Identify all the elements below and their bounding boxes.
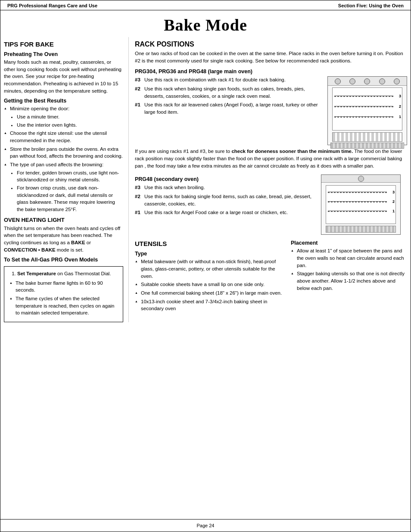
gas-steps: Set Temperature on Gas Thermostat Dial. <box>9 270 118 277</box>
rack-item: #2 Use this rack for baking single food … <box>135 193 318 207</box>
sec-rack-label-3: 3 <box>392 190 395 194</box>
secondary-oven-diagram: 3 2 1 <box>321 174 401 235</box>
tips-title: TIPS FOR BAKE <box>4 40 123 48</box>
utensils-type-title: Type <box>135 251 285 257</box>
rack-line-1 <box>334 116 393 118</box>
sec-oven-interior: 3 2 1 <box>326 185 396 224</box>
rack-text: Use this rack when baking single pan foo… <box>144 85 324 100</box>
sec-oven-circle <box>358 176 364 182</box>
rack-text: Use this rack in combination with rack #… <box>144 76 286 84</box>
oven-bottom <box>332 132 402 142</box>
rack-text: Use this rack when broiling. <box>144 184 205 191</box>
list-item: One full commercial baking sheet (18" x … <box>135 289 285 297</box>
preheating-title: Preheating The Oven <box>4 51 123 57</box>
rack-line-3 <box>334 96 393 97</box>
oven-light-section: Oven Heating Light Thislight turns on wh… <box>4 217 123 254</box>
list-item: Allow at least 1" of space between the p… <box>291 247 407 269</box>
large-oven-text: #3 Use this rack in combination with rac… <box>135 76 324 145</box>
sub-list: Use a minute timer. Use the interior ove… <box>10 113 123 128</box>
rack-text: Use this rack for Angel Food cake or a l… <box>144 209 288 216</box>
rack-num: #3 <box>135 76 144 84</box>
list-item: Stagger baking utensils so that one is n… <box>291 270 407 292</box>
burner-knob <box>335 78 341 84</box>
list-item: Metal bakeware (with or without a non-st… <box>135 258 285 280</box>
rack-item: #3 Use this rack when broiling. <box>135 184 318 191</box>
utensils-list: Metal bakeware (with or without a non-st… <box>135 258 285 312</box>
sub-item: Use a minute timer. <box>17 113 123 121</box>
oven-interior: 3 2 1 <box>332 87 402 131</box>
rack-label-2: 2 <box>399 104 401 109</box>
item-text: Choose the right size utensil: use the u… <box>10 131 107 143</box>
large-oven-diagram: 3 2 1 <box>327 76 407 145</box>
list-item: The type of pan used affects the brownin… <box>4 161 123 213</box>
rack-item: #1 Use this rack for air leavened cakes … <box>135 101 324 115</box>
sec-oven-bottom <box>326 226 396 233</box>
rack-title: RACK POSITIONS <box>135 40 407 48</box>
sec-rack-line-2 <box>328 201 387 202</box>
page-header: PRG Professional Ranges Care and Use Sec… <box>0 0 411 10</box>
sec-rack-label-1: 1 <box>392 209 395 213</box>
oven-light-title: Oven Heating Light <box>4 217 123 223</box>
main-content: TIPS FOR BAKE Preheating The Oven Many f… <box>0 37 411 322</box>
rack-item: #3 Use this rack in combination with rac… <box>135 76 324 84</box>
list-item: 10x13-inch cookie sheet and 7-3/4x2-inch… <box>135 298 285 312</box>
large-oven-diagram-wrap: tion <box>327 76 407 145</box>
right-column: RACK POSITIONS One or two racks of food … <box>129 37 407 322</box>
sub-item: For tender, golden brown crusts, use lig… <box>17 169 123 184</box>
item-text: Store the broiler pans outside the ovens… <box>10 146 123 159</box>
rack-item: #2 Use this rack when baking single pan … <box>135 85 324 100</box>
sec-rack-line-3 <box>328 192 387 193</box>
sec-rack-line-1 <box>328 211 387 212</box>
secondary-oven-diagram-col: 3 2 1 <box>321 172 407 235</box>
secondary-oven-text: PRG48 (secondary oven) #3 Use this rack … <box>135 172 318 235</box>
list-item: Choose the right size utensil: use the u… <box>4 130 123 144</box>
preheating-text: Many foods such as meat, poultry, casser… <box>4 59 123 94</box>
list-item: Suitable cookie sheets have a small lip … <box>135 281 285 288</box>
sub-item: For brown crisp crusts, use dark non-sti… <box>17 184 123 213</box>
placement-section: Placement Allow at least 1" of space bet… <box>291 236 407 314</box>
gas-models-title: To Set the All-Gas PRG Oven Models <box>4 257 123 263</box>
gas-step: Set Temperature on Gas Thermostat Dial. <box>17 270 118 277</box>
rack-intro: One or two racks of food can be cooked i… <box>135 50 407 64</box>
oven-light-text: Thislight turns on when the oven heats a… <box>4 225 123 254</box>
placement-title: Placement <box>291 240 407 246</box>
list-item: Minimize opening the door: Use a minute … <box>4 105 123 128</box>
rack-text: Use this rack for baking single food ite… <box>144 193 318 207</box>
rack-num: #2 <box>135 85 144 100</box>
best-results-list: Minimize opening the door: Use a minute … <box>4 105 123 213</box>
large-oven-area: #3 Use this rack in combination with rac… <box>135 76 407 145</box>
rack-item: #1 Use this rack for Angel Food cake or … <box>135 209 318 216</box>
utensils-section: UTENSILS Type Metal bakeware (with or wi… <box>135 236 285 314</box>
header-right: Section Five: Using the Oven <box>338 3 404 8</box>
bottom-section: UTENSILS Type Metal bakeware (with or wi… <box>135 236 407 314</box>
list-item: The flame cycles of when the selected te… <box>9 295 118 317</box>
secondary-oven-title: PRG48 (secondary oven) <box>135 176 318 182</box>
left-column: TIPS FOR BAKE Preheating The Oven Many f… <box>4 37 129 322</box>
burner-knob <box>364 78 370 84</box>
secondary-oven-area: PRG48 (secondary oven) #3 Use this rack … <box>135 172 407 235</box>
rack-num: #1 <box>135 209 144 216</box>
doneness-note: If you are using racks #1 and #3, be sur… <box>135 148 407 169</box>
rack-label-3: 3 <box>399 94 401 98</box>
oven-controls <box>328 77 407 86</box>
burner-knob <box>394 78 400 84</box>
rack-label-1: 1 <box>399 115 401 119</box>
item-text: Minimize opening the door: <box>10 106 69 111</box>
rack-num: #3 <box>135 184 144 191</box>
sec-oven-top <box>321 175 400 183</box>
sub-list: For tender, golden brown crusts, use lig… <box>10 169 123 213</box>
sub-item: Use the interior oven lights. <box>17 121 123 129</box>
rack-num: #2 <box>135 193 144 207</box>
page-title: Bake Mode <box>0 10 411 37</box>
page-wrapper: PRG Professional Ranges Care and Use Sec… <box>0 0 411 532</box>
rack-num: #1 <box>135 101 144 115</box>
rack-text: Use this rack for air leavened cakes (An… <box>144 101 324 115</box>
rack-line-2 <box>334 106 393 107</box>
burner-knob <box>379 78 385 84</box>
gas-models-box: Set Temperature on Gas Thermostat Dial. … <box>4 266 123 322</box>
gas-bullets: The bake burner flame lights in 60 to 90… <box>9 280 118 317</box>
large-oven-title: PRG304, PRG36 and PRG48 (large main oven… <box>135 68 407 75</box>
list-item: Store the broiler pans outside the ovens… <box>4 146 123 160</box>
best-results-title: Getting the Best Results <box>4 98 123 104</box>
list-item: The bake burner flame lights in 60 to 90… <box>9 280 118 294</box>
